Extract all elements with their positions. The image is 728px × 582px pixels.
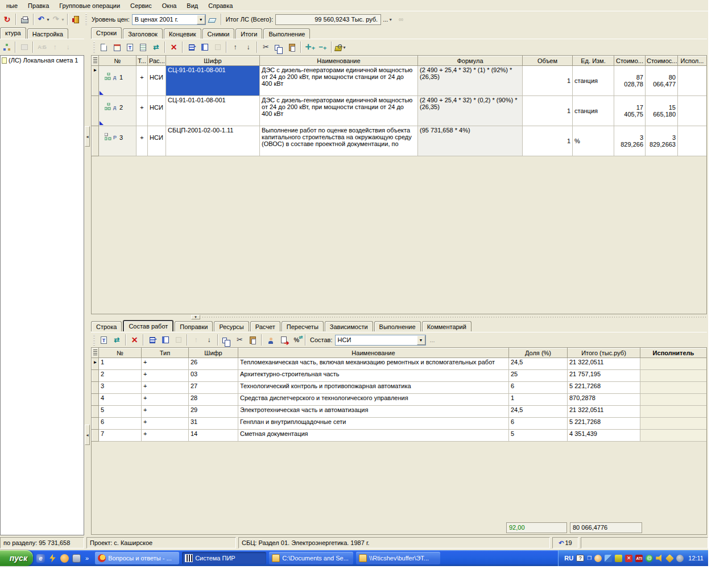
collapse-left-button[interactable]: ◄	[85, 126, 90, 147]
paste-button[interactable]	[286, 41, 299, 53]
paste-button[interactable]	[246, 334, 259, 346]
cell-type[interactable]: +	[142, 358, 189, 370]
horizontal-splitter[interactable]: ▼	[91, 314, 707, 319]
menu-view[interactable]: Вид	[181, 1, 203, 10]
col-code[interactable]: Шифр	[166, 56, 260, 66]
cell-executor[interactable]	[640, 430, 707, 442]
cell-volume[interactable]: 1	[523, 66, 573, 96]
cell-num[interactable]: 5	[99, 406, 142, 418]
total-ls-field[interactable]: 99 560,9243 Тыс. руб.	[275, 14, 381, 25]
cell-num[interactable]: 2	[99, 370, 142, 382]
tray-ati-icon[interactable]: ATI	[635, 555, 643, 562]
cell-code[interactable]: 03	[189, 370, 238, 382]
menu-group-operations[interactable]: Групповые операции	[54, 1, 125, 10]
col-cost1[interactable]: Стоимо...	[614, 56, 646, 66]
cell-share[interactable]: 1	[509, 394, 568, 406]
tab-header[interactable]: Заголовок	[123, 28, 163, 39]
toolbar-grip[interactable]	[92, 334, 96, 346]
split-row-button[interactable]: ⇄	[150, 41, 163, 53]
lines-row-button[interactable]	[136, 41, 150, 53]
cell-name[interactable]: Архитектурно-строительная часть	[238, 370, 509, 382]
cell-calc[interactable]: НСИ	[148, 96, 166, 126]
cell-type[interactable]: +	[142, 406, 189, 418]
remove-minus-button[interactable]: −₊	[316, 41, 329, 53]
cell-type[interactable]: +	[142, 382, 189, 394]
cell-cost1[interactable]: 17 405,75	[614, 96, 646, 126]
cell-code[interactable]: 28	[189, 394, 238, 406]
cell-total[interactable]: 21 757,195	[568, 370, 640, 382]
cell-cost2[interactable]: 80 066,477	[646, 66, 678, 96]
card-ghost-button[interactable]	[211, 41, 224, 53]
desktop-toggle-icon[interactable]: ❐	[587, 555, 592, 561]
menu-service[interactable]: Сервис	[125, 1, 157, 10]
col-volume[interactable]: Объем	[523, 56, 573, 66]
toolbar-grip[interactable]	[84, 14, 88, 25]
chevron-down-icon[interactable]: ▼	[197, 15, 205, 24]
menu-windows[interactable]: Окна	[157, 1, 182, 10]
taskbar-button-pir[interactable]: Система ПИР	[182, 552, 266, 564]
cell-name[interactable]: Технологический контроль и противопожарн…	[238, 382, 509, 394]
cell-num[interactable]: д 1	[99, 66, 136, 96]
cell-name[interactable]: Выполнение работ по оценке воздействия о…	[260, 126, 418, 156]
internet-explorer-icon[interactable]: e	[36, 554, 45, 563]
insert-norm-button[interactable]	[146, 334, 159, 346]
collapse-down-button[interactable]: ▼	[191, 315, 200, 319]
taskbar-clock[interactable]: 12:11	[688, 555, 704, 562]
cell-executor[interactable]	[640, 406, 707, 418]
cell-unit[interactable]: станция	[573, 96, 614, 126]
taskbar-button-network-folder[interactable]: \\Rticshev\buffer\ЭТ...	[356, 552, 440, 564]
cell-unit[interactable]: станция	[573, 66, 614, 96]
move-row-up-button[interactable]: ↑	[229, 41, 242, 53]
col-calc[interactable]: Рас...	[148, 56, 166, 66]
tab-rows[interactable]: Строки	[91, 27, 122, 39]
card-button[interactable]	[198, 41, 211, 53]
notes-button[interactable]	[110, 41, 123, 53]
language-indicator[interactable]: RU	[564, 555, 573, 562]
col-num[interactable]: №	[99, 348, 142, 358]
cell-name[interactable]: ДЭС с дизель-генераторами единичной мощн…	[260, 66, 418, 96]
total-more-button[interactable]: ...▼	[381, 13, 394, 26]
cell-type[interactable]: +	[142, 430, 189, 442]
keyboard-help-icon[interactable]: ?	[576, 555, 584, 562]
column-options-button[interactable]	[92, 56, 99, 66]
col-executor[interactable]: Исполнитель	[640, 348, 707, 358]
cell-type[interactable]: +	[136, 66, 148, 96]
tab-execution[interactable]: Выполнение	[263, 28, 310, 39]
lightning-icon[interactable]	[48, 554, 57, 563]
new-row-button[interactable]	[97, 41, 110, 53]
exit-button[interactable]	[70, 13, 83, 26]
redo-button[interactable]: ↷▼	[51, 13, 65, 26]
col-name[interactable]: Наименование	[260, 56, 418, 66]
col-num[interactable]: №	[99, 56, 136, 66]
col-total[interactable]: Итого (тыс.руб)	[568, 348, 640, 358]
tab-structure[interactable]: ктура	[0, 27, 26, 39]
move-up-button[interactable]: ↑	[48, 41, 61, 53]
tab-row[interactable]: Строка	[91, 321, 122, 331]
cell-executor[interactable]	[640, 418, 707, 430]
cell-share[interactable]: 24,5	[509, 358, 568, 370]
cell-type[interactable]: +	[142, 394, 189, 406]
col-name[interactable]: Наименование	[238, 348, 509, 358]
cell-type[interactable]: +	[142, 418, 189, 430]
undo-button[interactable]: ↶▼	[36, 13, 51, 26]
tray-clock-icon[interactable]	[594, 555, 602, 562]
cell-num[interactable]: 1	[99, 358, 142, 370]
tray-network-icon[interactable]	[605, 555, 612, 562]
cell-num[interactable]: 4	[99, 394, 142, 406]
tab-comment[interactable]: Комментарий	[422, 321, 471, 331]
undo-dropdown[interactable]: ▼	[46, 18, 50, 22]
tab-recalculations[interactable]: Пересчеты	[282, 321, 324, 331]
tab-settings[interactable]: Настройка	[27, 28, 68, 39]
text-item-button[interactable]: Т	[97, 334, 110, 346]
cell-type[interactable]: +	[142, 370, 189, 382]
cell-code[interactable]: 29	[189, 406, 238, 418]
chevron-down-icon[interactable]: ▼	[342, 45, 346, 49]
tab-totals[interactable]: Итоги	[235, 28, 262, 39]
image-button[interactable]	[18, 41, 31, 53]
vertical-splitter[interactable]: ◄ ◄	[85, 55, 90, 535]
cell-num[interactable]: д 2	[99, 96, 136, 126]
cell-code[interactable]: 27	[189, 382, 238, 394]
cell-type[interactable]: +	[136, 126, 148, 156]
collapse-left-button-2[interactable]: ◄	[85, 425, 90, 445]
col-type[interactable]: Тип	[142, 348, 189, 358]
